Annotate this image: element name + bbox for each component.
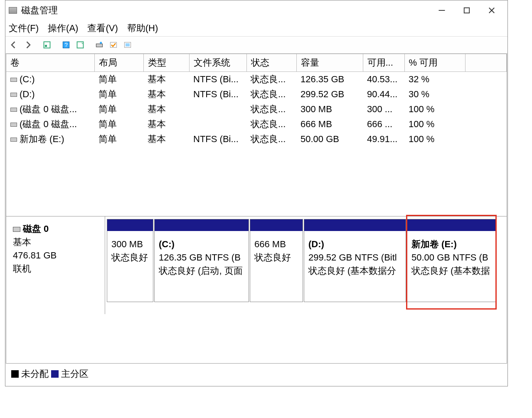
- partition[interactable]: (C:)126.35 GB NTFS (B状态良好 (启动, 页面: [154, 219, 249, 302]
- cell-free: 40.53...: [363, 72, 404, 87]
- partition-body: (D:)299.52 GB NTFS (Bitl状态良好 (基本数据分: [304, 231, 406, 280]
- cell-free: 90.44...: [363, 87, 404, 102]
- disk-icon: [13, 227, 20, 232]
- col-size[interactable]: 容量: [296, 54, 363, 72]
- refresh-button[interactable]: [41, 39, 53, 51]
- cell-fs: [189, 117, 246, 132]
- window-controls: [429, 0, 504, 20]
- partition[interactable]: 666 MB状态良好: [250, 219, 303, 302]
- minimize-icon: [438, 6, 446, 15]
- disk-status: 联机: [13, 262, 100, 275]
- minimize-button[interactable]: [429, 0, 454, 20]
- titlebar[interactable]: 磁盘管理: [5, 0, 507, 20]
- toolbar: ?: [5, 36, 507, 54]
- col-spacer: [465, 54, 507, 72]
- cell-status: 状态良...: [246, 72, 296, 87]
- help-icon: ?: [62, 41, 70, 49]
- properties-button[interactable]: [74, 39, 86, 51]
- partition[interactable]: 300 MB状态良好: [107, 219, 153, 302]
- disk-name: 磁盘 0: [23, 224, 49, 234]
- partition-name: (D:): [308, 238, 401, 251]
- partition-name: (C:): [159, 238, 244, 251]
- maximize-button[interactable]: [454, 0, 479, 20]
- cell-pct: 100 %: [404, 117, 465, 132]
- arrow-left-icon: [10, 41, 18, 49]
- svg-rect-9: [96, 44, 103, 47]
- legend-unallocated: 未分配: [21, 368, 49, 380]
- cell-type: 基本: [143, 72, 189, 87]
- menu-view[interactable]: 查看(V): [87, 22, 118, 34]
- arrow-right-icon: [24, 41, 32, 49]
- check-icon: [109, 41, 118, 49]
- col-status[interactable]: 状态: [246, 54, 296, 72]
- col-fs[interactable]: 文件系统: [189, 54, 246, 72]
- partition-size: 299.52 GB NTFS (Bitl: [308, 251, 401, 264]
- close-button[interactable]: [479, 0, 504, 20]
- partition-size: 126.35 GB NTFS (B: [159, 251, 244, 264]
- table-header-row: 卷 布局 类型 文件系统 状态 容量 可用... % 可用: [6, 54, 507, 72]
- back-button[interactable]: [8, 39, 20, 51]
- forward-button[interactable]: [22, 39, 34, 51]
- settings-button[interactable]: [108, 39, 119, 51]
- table-row[interactable]: (磁盘 0 磁盘...简单基本状态良...300 MB300 ...100 %: [6, 102, 507, 117]
- cell-pct: 32 %: [404, 72, 465, 87]
- cell-type: 基本: [143, 102, 189, 117]
- maximize-icon: [463, 6, 471, 15]
- table-row[interactable]: 新加卷 (E:)简单基本NTFS (Bi...状态良...50.00 GB49.…: [6, 132, 507, 147]
- col-free[interactable]: 可用...: [363, 54, 404, 72]
- partition-size: 666 MB: [254, 238, 298, 251]
- cell-fs: [189, 102, 246, 117]
- cell-name: (磁盘 0 磁盘...: [6, 117, 94, 132]
- legend: 未分配 主分区: [11, 368, 89, 380]
- legend-swatch-primary: [51, 370, 59, 378]
- menu-file[interactable]: 文件(F): [9, 22, 39, 34]
- menu-help[interactable]: 帮助(H): [127, 22, 158, 34]
- cell-free: 666 ...: [363, 117, 404, 132]
- partition-status: 状态良好: [254, 251, 298, 264]
- menu-action[interactable]: 操作(A): [48, 22, 78, 34]
- col-type[interactable]: 类型: [143, 54, 189, 72]
- cell-pct: 100 %: [404, 102, 465, 117]
- cell-size: 299.52 GB: [296, 87, 363, 102]
- list-icon: [123, 41, 132, 49]
- col-pct[interactable]: % 可用: [404, 54, 465, 72]
- cell-name: (D:): [6, 87, 94, 102]
- disk-info[interactable]: 磁盘 0 基本 476.81 GB 联机: [6, 216, 105, 314]
- partition-stripe: [304, 219, 406, 231]
- app-icon: [9, 7, 17, 14]
- table-row[interactable]: (C:)简单基本NTFS (Bi...状态良...126.35 GB40.53.…: [6, 72, 507, 87]
- cell-status: 状态良...: [246, 117, 296, 132]
- volume-icon: [10, 78, 17, 82]
- table-row[interactable]: (D:)简单基本NTFS (Bi...状态良...299.52 GB90.44.…: [6, 87, 507, 102]
- partition-stripe: [407, 219, 495, 231]
- help-button[interactable]: ?: [60, 39, 72, 51]
- list-button[interactable]: [122, 39, 133, 51]
- partition-stripe: [155, 219, 249, 231]
- table-row[interactable]: (磁盘 0 磁盘...简单基本状态良...666 MB666 ...100 %: [6, 117, 507, 132]
- cell-status: 状态良...: [246, 102, 296, 117]
- cell-layout: 简单: [94, 132, 143, 147]
- partition-body: 666 MB状态良好: [250, 231, 303, 267]
- partition-body: (C:)126.35 GB NTFS (B状态良好 (启动, 页面: [155, 231, 249, 280]
- partition[interactable]: (D:)299.52 GB NTFS (Bitl状态良好 (基本数据分: [304, 219, 406, 302]
- properties-icon: [76, 41, 84, 49]
- col-volume[interactable]: 卷: [6, 54, 94, 72]
- partition[interactable]: 新加卷 (E:)50.00 GB NTFS (B状态良好 (基本数据: [407, 219, 496, 302]
- svg-text:?: ?: [64, 42, 68, 48]
- cell-status: 状态良...: [246, 87, 296, 102]
- cell-status: 状态良...: [246, 132, 296, 147]
- volume-list-pane[interactable]: 卷 布局 类型 文件系统 状态 容量 可用... % 可用 (C:)简单基本NT…: [6, 54, 507, 216]
- partition-status: 状态良好 (启动, 页面: [159, 264, 244, 278]
- disk-layout-pane[interactable]: 磁盘 0 基本 476.81 GB 联机 300 MB状态良好(C:)126.3…: [6, 216, 507, 314]
- cell-layout: 简单: [94, 87, 143, 102]
- cell-size: 126.35 GB: [296, 72, 363, 87]
- cell-type: 基本: [143, 132, 189, 147]
- cell-size: 666 MB: [296, 117, 363, 132]
- rescan-button[interactable]: [94, 39, 105, 51]
- partition-status: 状态良好: [111, 251, 149, 264]
- rescan-icon: [95, 41, 103, 49]
- partition-body: 300 MB状态良好: [107, 231, 153, 267]
- refresh-icon: [43, 41, 51, 49]
- col-layout[interactable]: 布局: [94, 54, 143, 72]
- cell-size: 50.00 GB: [296, 132, 363, 147]
